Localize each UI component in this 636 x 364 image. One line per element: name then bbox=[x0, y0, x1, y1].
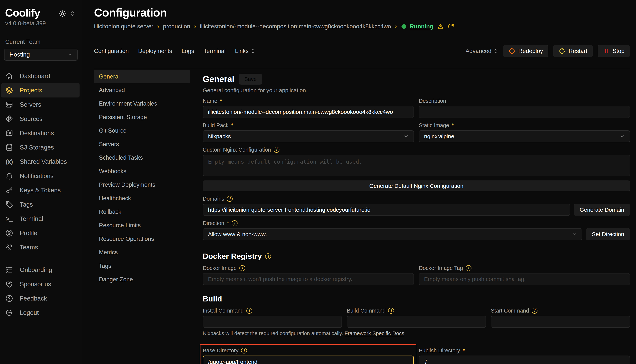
breadcrumb-separator: › bbox=[194, 23, 196, 30]
breadcrumb-application[interactable]: illicitestonion/-module--decomposition:m… bbox=[200, 23, 391, 30]
sidebar-item-label: Logout bbox=[20, 309, 39, 316]
redeploy-button[interactable]: Redeploy bbox=[503, 45, 548, 57]
restart-button[interactable]: Restart bbox=[553, 45, 593, 57]
name-input[interactable] bbox=[203, 106, 414, 118]
generate-domain-button[interactable]: Generate Domain bbox=[574, 204, 630, 216]
chevrons-up-down-icon[interactable] bbox=[70, 10, 75, 17]
info-icon[interactable]: i bbox=[227, 196, 233, 202]
publish-directory-input[interactable] bbox=[419, 356, 630, 364]
tab-configuration[interactable]: Configuration bbox=[94, 48, 129, 54]
sidebar-item-label: Terminal bbox=[20, 215, 43, 222]
subnav-item-environment-variables[interactable]: Environment Variables bbox=[94, 97, 190, 110]
sidebar-nav: Dashboard Projects Servers Sources Desti… bbox=[0, 69, 82, 254]
warning-triangle-icon[interactable] bbox=[437, 23, 444, 30]
static-image-select[interactable]: nginx:alpine bbox=[419, 130, 630, 142]
section-subtitle: General configuration for your applicati… bbox=[203, 87, 630, 94]
subnav-item-persistent-storage[interactable]: Persistent Storage bbox=[94, 110, 190, 124]
theme-sun-icon[interactable] bbox=[59, 10, 66, 18]
general-form: General Save General configuration for y… bbox=[203, 70, 630, 364]
breadcrumb-environment[interactable]: production bbox=[163, 23, 190, 30]
custom-nginx-textarea[interactable] bbox=[203, 155, 630, 176]
generate-nginx-button[interactable]: Generate Default Nginx Configuration bbox=[203, 180, 630, 192]
subnav-item-rollback[interactable]: Rollback bbox=[94, 205, 190, 219]
tab-links[interactable]: Links bbox=[235, 48, 255, 54]
sidebar-item-servers[interactable]: Servers bbox=[0, 98, 82, 112]
restart-icon bbox=[559, 48, 565, 54]
chevron-down-icon bbox=[67, 52, 73, 58]
docker-image-tag-input[interactable] bbox=[419, 273, 630, 285]
sidebar-item-shared-variables[interactable]: (x) Shared Variables bbox=[0, 154, 82, 169]
description-label: Description bbox=[419, 98, 446, 104]
save-button[interactable]: Save bbox=[239, 74, 262, 84]
docker-image-input[interactable] bbox=[203, 273, 414, 285]
sidebar-item-projects[interactable]: Projects bbox=[1, 83, 80, 98]
sidebar-item-profile[interactable]: Profile bbox=[0, 226, 82, 240]
advanced-dropdown[interactable]: Advanced bbox=[466, 48, 498, 54]
subnav-item-danger-zone[interactable]: Danger Zone bbox=[94, 273, 190, 286]
home-icon bbox=[5, 72, 13, 80]
subnav-item-scheduled-tasks[interactable]: Scheduled Tasks bbox=[94, 151, 190, 164]
subnav-item-tags[interactable]: Tags bbox=[94, 259, 190, 273]
framework-docs-link[interactable]: Framework Specific Docs bbox=[344, 330, 404, 336]
build-pack-select[interactable]: Nixpacks bbox=[203, 130, 414, 142]
set-direction-button[interactable]: Set Direction bbox=[586, 228, 630, 240]
stop-button[interactable]: Stop bbox=[598, 45, 630, 57]
variables-icon: (x) bbox=[5, 158, 13, 165]
sidebar-item-sponsor-us[interactable]: Sponsor us bbox=[0, 277, 82, 291]
info-icon[interactable]: i bbox=[239, 265, 245, 271]
sidebar-item-s3-storages[interactable]: S3 Storages bbox=[0, 140, 82, 154]
sidebar-item-destinations[interactable]: Destinations bbox=[0, 126, 82, 140]
required-asterisk: * bbox=[220, 98, 222, 104]
profile-icon bbox=[5, 229, 13, 237]
sidebar-item-tags[interactable]: Tags bbox=[0, 198, 82, 212]
sidebar-item-dashboard[interactable]: Dashboard bbox=[0, 69, 82, 83]
subnav-item-general[interactable]: General bbox=[94, 70, 190, 84]
refresh-icon[interactable] bbox=[448, 23, 454, 30]
sidebar-item-feedback[interactable]: Feedback bbox=[0, 291, 82, 306]
sidebar-item-sources[interactable]: Sources bbox=[0, 112, 82, 126]
team-select[interactable]: Hosting bbox=[4, 49, 78, 61]
direction-select[interactable]: Allow www & non-www. bbox=[203, 228, 582, 240]
subnav-item-webhooks[interactable]: Webhooks bbox=[94, 164, 190, 178]
info-icon[interactable]: i bbox=[241, 348, 247, 354]
info-icon[interactable]: i bbox=[232, 220, 238, 226]
docker-image-label: Docker Image bbox=[203, 265, 237, 271]
subnav-item-servers[interactable]: Servers bbox=[94, 138, 190, 151]
subnav-item-resource-limits[interactable]: Resource Limits bbox=[94, 219, 190, 232]
sidebar-item-onboarding[interactable]: Onboarding bbox=[0, 263, 82, 277]
breadcrumb-project[interactable]: illicitonion quote server bbox=[94, 23, 153, 30]
chevron-down-icon bbox=[572, 232, 577, 237]
subnav-item-metrics[interactable]: Metrics bbox=[94, 246, 190, 259]
sidebar-item-terminal[interactable]: >_ Terminal bbox=[0, 212, 82, 226]
sidebar-item-keys-tokens[interactable]: Keys & Tokens bbox=[0, 183, 82, 198]
info-icon[interactable]: i bbox=[246, 308, 252, 314]
info-icon[interactable]: i bbox=[265, 253, 271, 259]
sidebar-item-logout[interactable]: Logout bbox=[0, 306, 82, 320]
tabs-row: Configuration Deployments Logs Terminal … bbox=[94, 45, 630, 57]
domains-input[interactable] bbox=[203, 204, 570, 216]
subnav-item-preview-deployments[interactable]: Preview Deployments bbox=[94, 178, 190, 192]
subnav-item-advanced[interactable]: Advanced bbox=[94, 84, 190, 97]
start-command-input[interactable] bbox=[491, 316, 630, 328]
info-icon[interactable]: i bbox=[466, 265, 472, 271]
install-command-input[interactable] bbox=[203, 316, 342, 328]
subnav-item-git-source[interactable]: Git Source bbox=[94, 124, 190, 138]
info-icon[interactable]: i bbox=[532, 308, 537, 314]
tab-terminal[interactable]: Terminal bbox=[204, 48, 226, 54]
build-command-input[interactable] bbox=[347, 316, 486, 328]
subnav-item-resource-operations[interactable]: Resource Operations bbox=[94, 232, 190, 246]
base-directory-input[interactable] bbox=[203, 356, 414, 364]
tab-deployments[interactable]: Deployments bbox=[138, 48, 172, 54]
description-input[interactable] bbox=[419, 106, 630, 118]
subnav-item-healthcheck[interactable]: Healthcheck bbox=[94, 192, 190, 205]
sidebar-item-notifications[interactable]: Notifications bbox=[0, 169, 82, 183]
info-icon[interactable]: i bbox=[388, 308, 394, 314]
sidebar-item-label: Teams bbox=[20, 244, 38, 251]
install-command-label: Install Command bbox=[203, 308, 244, 314]
sidebar-item-teams[interactable]: Teams bbox=[0, 240, 82, 254]
tab-logs[interactable]: Logs bbox=[181, 48, 194, 54]
sidebar-footer-nav: Onboarding Sponsor us Feedback Logout bbox=[0, 263, 82, 364]
info-icon[interactable]: i bbox=[274, 147, 279, 153]
status-running-link[interactable]: Running bbox=[410, 23, 434, 30]
sidebar-item-label: Profile bbox=[20, 230, 38, 237]
